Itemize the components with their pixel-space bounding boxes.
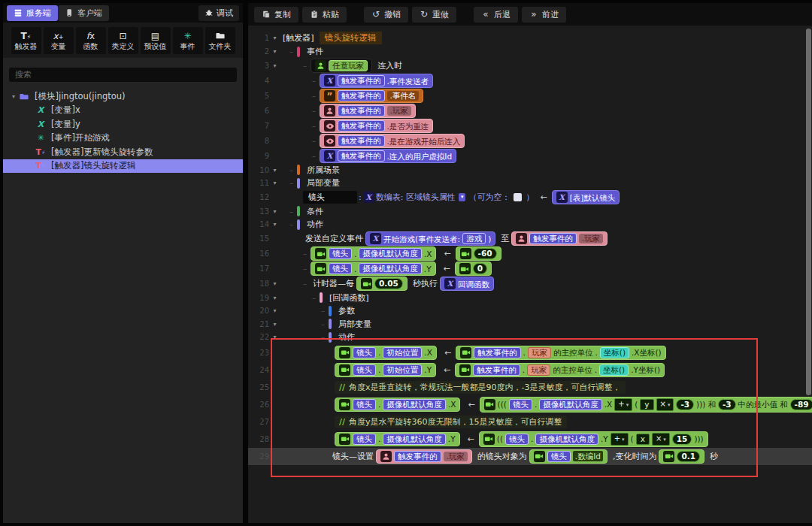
code-line-14[interactable]: 14▾–动作: [248, 218, 812, 231]
variable-pill[interactable]: x: [636, 434, 650, 445]
pill[interactable]: 镜头: [353, 347, 376, 358]
toolbox-button-event[interactable]: ✳事件: [173, 27, 203, 54]
code-line-28[interactable]: 28镜头.摄像机默认角度.Y←((镜头.摄像机默认角度.Y+▾(x×▾15))): [248, 431, 812, 448]
code-line-9[interactable]: 9–X触发事件的.连入的用户虚拟Id: [248, 149, 812, 164]
pill[interactable]: .事件名: [387, 91, 420, 101]
pill[interactable]: 触发事件的: [338, 150, 385, 162]
code-line-22[interactable]: 22▾–动作: [248, 331, 812, 344]
tree-item-event-start[interactable]: ✳[事件]开始游戏: [3, 132, 243, 146]
pill[interactable]: 触发事件的: [338, 75, 385, 86]
code-line-20[interactable]: 20▾–参数: [248, 304, 812, 318]
code-block[interactable]: 镜头.初始位置.Y: [335, 363, 436, 377]
collapse-caret[interactable]: ▾: [269, 307, 280, 314]
pill[interactable]: 触发事件的: [338, 90, 385, 101]
tree-item-var-x[interactable]: X[变量]x: [3, 104, 243, 118]
code-block[interactable]: ”触发事件的.事件名: [320, 89, 423, 103]
collapse-caret[interactable]: ▾: [269, 280, 280, 287]
code-line-19[interactable]: 19▾–[回调函数]: [248, 292, 812, 305]
pill[interactable]: 镜头: [353, 364, 376, 376]
code-block[interactable]: 触发事件的.玩家: [511, 231, 607, 246]
tree-item-trigger-update[interactable]: T⚡[触发器]更新镜头旋转参数: [3, 145, 243, 159]
pill[interactable]: 初始位置: [383, 364, 422, 376]
pill[interactable]: 游戏: [462, 233, 486, 244]
code-block[interactable]: 触发事件的.玩家: [320, 104, 416, 118]
toolbox-button-class-def[interactable]: ⊡类定义: [108, 27, 138, 54]
collapse-caret[interactable]: ▾: [269, 35, 280, 41]
code-block[interactable]: 触发事件的.玩家: [376, 449, 472, 464]
tab-server[interactable]: 服务端: [7, 5, 58, 21]
code-block[interactable]: X回调函数: [440, 277, 494, 291]
back-button[interactable]: «后退: [474, 7, 518, 23]
collapse-caret[interactable]: ▾: [269, 167, 280, 174]
code-line-18[interactable]: 18▾–计时器—每0.05秒执行X回调函数: [248, 277, 812, 292]
code-block[interactable]: 镜头.摄像机默认角度.Y: [311, 261, 436, 276]
code-line-2[interactable]: 2▾–事件: [248, 45, 812, 59]
operator-dropdown[interactable]: +▾: [611, 433, 629, 446]
collapse-caret[interactable]: ▾: [269, 295, 280, 301]
paste-button[interactable]: 粘贴: [302, 7, 347, 23]
code-block[interactable]: X[表]默认镜头: [552, 190, 620, 204]
code-block[interactable]: 镜头.数编Id: [529, 449, 607, 464]
value-box[interactable]: -3: [676, 399, 694, 410]
code-block[interactable]: 触发事件的.是在游戏开始后连入: [320, 134, 465, 148]
toolbox-button-function[interactable]: fx函数: [76, 27, 106, 54]
pill[interactable]: 初始位置: [383, 347, 422, 358]
pill[interactable]: 镜头: [353, 399, 376, 410]
code-block[interactable]: 触发事件的.玩家的主控单位.坐标().Y坐标(): [455, 363, 665, 377]
property-highlight[interactable]: .数编Id: [573, 451, 603, 461]
operator-dropdown[interactable]: ×▾: [652, 433, 670, 446]
toolbox-button-variable[interactable]: x+变量: [44, 27, 74, 54]
undo-button[interactable]: ↺撤销: [364, 7, 408, 23]
code-line-21[interactable]: 21▾–局部变量: [248, 318, 812, 331]
collapse-caret[interactable]: ▾: [269, 180, 280, 186]
code-line-23[interactable]: 23镜头.初始位置.X←触发事件的.玩家的主控单位.坐标().X坐标(): [248, 344, 812, 361]
forward-button[interactable]: »前进: [522, 7, 566, 23]
pill[interactable]: .玩家: [579, 234, 603, 243]
vertical-scrollbar[interactable]: [806, 29, 811, 395]
toolbox-button-trigger[interactable]: T⚡触发器: [11, 27, 41, 54]
value-box[interactable]: -3: [718, 399, 736, 410]
toolbox-button-folder[interactable]: 文件夹: [205, 27, 235, 54]
code-line-27[interactable]: 27//角度y是水平旋转360度无限制，15是灵敏度，可自行调整: [248, 413, 812, 431]
pill[interactable]: 触发事件的: [473, 364, 520, 376]
code-line-24[interactable]: 24镜头.初始位置.Y←触发事件的.玩家的主控单位.坐标().Y坐标(): [248, 361, 812, 379]
pill[interactable]: 坐标(): [600, 347, 629, 358]
code-line-15[interactable]: 15发送自定义事件X开始游戏(事件发送者:游戏)至触发事件的.玩家: [248, 231, 812, 246]
code-block[interactable]: 镜头.摄像机默认角度.X: [335, 398, 460, 412]
tree-item-module-jingtou[interactable]: ▾[模块]jingtou(jingtou): [3, 89, 243, 104]
pill[interactable]: 坐标(): [599, 364, 629, 376]
collapse-caret[interactable]: ▾: [269, 221, 280, 228]
operator-dropdown[interactable]: ×▾: [656, 398, 674, 411]
pill[interactable]: 触发事件的: [338, 120, 385, 132]
code-line-3[interactable]: 3▾–任意玩家连入时: [248, 59, 812, 74]
type-dropdown[interactable]: ▾: [459, 193, 466, 201]
code-block[interactable]: 0.1: [659, 449, 704, 464]
code-line-26[interactable]: 26镜头.摄像机默认角度.X←(((镜头.摄像机默认角度.X+▾(y×▾-3))…: [248, 396, 812, 413]
code-line-16[interactable]: 16–镜头.摄像机默认角度.X←-60: [248, 246, 812, 261]
redo-button[interactable]: ↻重做: [412, 7, 456, 23]
pill[interactable]: 镜头: [329, 248, 352, 259]
pill[interactable]: 触发事件的: [394, 451, 441, 462]
pill[interactable]: 触发事件的: [474, 347, 521, 358]
code-block[interactable]: 0: [455, 261, 492, 276]
pill[interactable]: 镜头: [353, 434, 376, 445]
code-block[interactable]: 镜头.摄像机默认角度.Y: [335, 432, 460, 446]
value-box[interactable]: 0.05: [374, 278, 403, 289]
code-block[interactable]: 任意玩家: [311, 59, 372, 73]
pill[interactable]: 摄像机默认角度: [383, 434, 446, 445]
pill[interactable]: 镜头: [547, 451, 571, 462]
operator-dropdown[interactable]: +▾: [614, 398, 632, 411]
code-line-7[interactable]: 7–触发事件的.是否为重连: [248, 119, 812, 134]
code-block[interactable]: 触发事件的.玩家的主控单位.坐标().X坐标(): [456, 346, 666, 360]
pill[interactable]: .玩家: [387, 106, 411, 116]
value-box[interactable]: 0.1: [677, 451, 700, 462]
code-block[interactable]: 镜头.摄像机默认角度.X: [311, 246, 436, 261]
tree-item-trigger-logic[interactable]: T⚡[触发器]镜头旋转逻辑: [3, 159, 243, 174]
pill[interactable]: 镜头: [509, 399, 532, 410]
pill[interactable]: 玩家: [527, 364, 550, 376]
tab-client[interactable]: 客户端: [58, 5, 109, 21]
code-line-5[interactable]: 5–”触发事件的.事件名: [248, 89, 812, 104]
collapse-caret[interactable]: ▾: [269, 208, 280, 215]
collapse-caret[interactable]: ▾: [269, 48, 280, 55]
tree-item-var-y[interactable]: X[变量]y: [3, 117, 243, 132]
